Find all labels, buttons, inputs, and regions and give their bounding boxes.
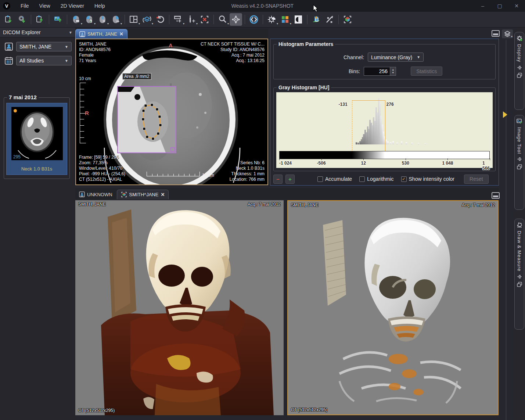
- tab-unknown[interactable]: UNKNOWN: [75, 190, 116, 199]
- layers-menu-button[interactable]: ▾: [502, 29, 513, 38]
- tab-display[interactable]: Display: [514, 32, 524, 110]
- series-thumbnail[interactable]: 295 Neck 1.0 B31s: [6, 103, 67, 175]
- histogram-chart[interactable]: -131 276 -1 024 -506 12 530 1 048 1 5: [276, 92, 493, 168]
- menu-help[interactable]: Help: [89, 0, 110, 12]
- series-label: Neck 1.0 B31s: [7, 166, 67, 172]
- layout-button[interactable]: ▾: [127, 13, 140, 26]
- studies-select[interactable]: All Studies ▼: [16, 56, 72, 65]
- export-image-button[interactable]: [52, 13, 64, 26]
- bins-spinner-arrows[interactable]: ▲▼: [390, 67, 396, 76]
- mouse-middle-button[interactable]: ▾: [96, 13, 109, 26]
- channel-select[interactable]: Luminance (Gray) ▼: [368, 53, 424, 62]
- import-dicom-button[interactable]: [3, 13, 15, 26]
- volume-rendering-button[interactable]: [341, 13, 354, 26]
- series-image-count: 295: [13, 154, 21, 159]
- chevron-down-icon[interactable]: ▼: [69, 30, 72, 35]
- thumbnail-image[interactable]: 295: [11, 107, 63, 160]
- panel-splitter[interactable]: [506, 40, 506, 420]
- draw-measure-icon: [517, 222, 522, 228]
- tools-button[interactable]: [323, 13, 336, 26]
- menu-2d-viewer[interactable]: 2D Viewer: [55, 0, 89, 12]
- close-tab-icon[interactable]: ✕: [161, 192, 165, 197]
- series-sync-button[interactable]: ▾: [141, 13, 153, 26]
- intensity-color-checkbox[interactable]: ✓ Show intensity color: [401, 176, 455, 182]
- caret-down-icon: ▾: [511, 35, 513, 38]
- intensity-gradient-bar: [279, 151, 490, 159]
- tab-draw-measure[interactable]: Draw & Measure: [514, 219, 524, 330]
- overlay-frame: Frame: [59] 59 / 295: [79, 155, 125, 160]
- checkbox-icon[interactable]: ✓: [359, 176, 365, 182]
- close-button[interactable]: ✕: [508, 0, 525, 12]
- crosshair-button[interactable]: [248, 13, 260, 26]
- checkbox-icon[interactable]: ✓: [317, 176, 323, 182]
- maximize-button[interactable]: ▢: [491, 0, 508, 12]
- logarithmic-checkbox[interactable]: ✓ Logarithmic: [359, 176, 393, 182]
- patient-select[interactable]: SMITH, JANE ▼: [16, 42, 72, 51]
- export-dicom-button[interactable]: [34, 13, 46, 26]
- checkbox-icon[interactable]: ✓: [401, 176, 407, 182]
- window-level-button[interactable]: ▾: [266, 13, 278, 26]
- tab-smith-jane[interactable]: SMITH, JANE ✕: [75, 29, 127, 39]
- mpr-button[interactable]: [310, 13, 323, 26]
- overlay-thickness: Thickness: 1 mm: [230, 171, 265, 177]
- zoom-out-histogram-button[interactable]: −: [273, 175, 283, 184]
- overlay-patient-id: ID: ANON48576: [79, 47, 111, 53]
- maximize-view-icon[interactable]: [492, 30, 500, 37]
- ct-axial-view[interactable]: SMITH, JANE ID: ANON48576 Female 71 Year…: [75, 39, 268, 185]
- detach-window-icon[interactable]: [517, 282, 522, 287]
- minimize-button[interactable]: –: [474, 0, 491, 12]
- caret-down-icon: ▾: [183, 22, 184, 25]
- histogram-panel: Histogram Parameters Channel: Luminance …: [270, 39, 499, 186]
- pin-icon[interactable]: [517, 274, 522, 279]
- delete-measurement-button[interactable]: [198, 13, 211, 26]
- overlay-pixel: Pixel: -999 HU - (254,6): [79, 171, 125, 177]
- zoom-in-histogram-button[interactable]: +: [285, 175, 295, 184]
- accumulate-label: Accumulate: [325, 176, 352, 182]
- bins-input[interactable]: 256: [364, 67, 390, 76]
- magnifier-lens[interactable]: [117, 86, 176, 153]
- caret-down-icon: ▾: [121, 22, 122, 25]
- magnifier-resize-handle[interactable]: [170, 147, 175, 152]
- pin-icon[interactable]: [517, 65, 522, 70]
- lut-button[interactable]: ▾: [279, 13, 291, 26]
- gray-histogram-title: Gray Histogram [HU]: [277, 85, 331, 90]
- mouse-left-select-button[interactable]: ▾: [83, 13, 96, 26]
- chevron-down-icon: ▼: [65, 59, 68, 63]
- overlay-patient-sex: Female: [79, 53, 111, 58]
- tick-label: 1 048: [442, 161, 453, 166]
- tick-label: -506: [317, 161, 326, 166]
- menu-view[interactable]: View: [34, 0, 55, 12]
- import-cd-button[interactable]: [16, 13, 28, 26]
- patient-icon: [79, 31, 85, 37]
- close-tab-icon[interactable]: ✕: [119, 31, 123, 37]
- overlay-acq-date: Acq.: 7 mai 2012: [248, 202, 281, 207]
- detach-window-icon[interactable]: [517, 73, 522, 78]
- mouse-right-button[interactable]: ▾: [109, 13, 122, 26]
- overlay-zoom: Zoom: 77,35%: [79, 160, 125, 166]
- tab-smith-caret-jane[interactable]: SMITH^JANE ✕: [117, 190, 169, 199]
- calendar-icon: [4, 56, 13, 65]
- explorer-header[interactable]: DICOM Explorer ▼: [0, 28, 75, 37]
- reset-histogram-button[interactable]: Reset: [464, 175, 489, 184]
- pin-icon[interactable]: [517, 157, 522, 161]
- reset-button[interactable]: [154, 13, 166, 26]
- overlay-patient-name: SMITH, JANE: [78, 202, 106, 207]
- maximize-view-icon[interactable]: [492, 192, 500, 199]
- zoom-button[interactable]: ▾: [216, 13, 229, 26]
- tab-image-tool[interactable]: Image Tool: [514, 115, 524, 210]
- tab-label: Display: [517, 44, 522, 62]
- measure-tool-button[interactable]: ▾: [172, 13, 184, 26]
- accumulate-checkbox[interactable]: ✓ Accumulate: [317, 176, 352, 182]
- pan-button[interactable]: [230, 13, 242, 26]
- title-bar: V File View 2D Viewer Help Weasis v4.2.0…: [0, 0, 525, 12]
- volume-render-bone-view[interactable]: SMITH, JANE Acq.: 7 mai 2012 CT (512x512…: [287, 200, 499, 415]
- annotation-tool-button[interactable]: ▾: [185, 13, 198, 26]
- tick-label: 1 566: [482, 161, 490, 171]
- statistics-button[interactable]: Statistics: [411, 67, 442, 76]
- volume-render-color-view[interactable]: SMITH, JANE Acq.: 7 mai 2012 CT (512x512…: [75, 200, 284, 415]
- splitter-expand-handle[interactable]: [503, 111, 507, 118]
- detach-window-icon[interactable]: [517, 164, 522, 169]
- menu-file[interactable]: File: [15, 0, 34, 12]
- mouse-left-measure-button[interactable]: ▾: [70, 13, 82, 26]
- invert-lut-button[interactable]: [292, 13, 305, 26]
